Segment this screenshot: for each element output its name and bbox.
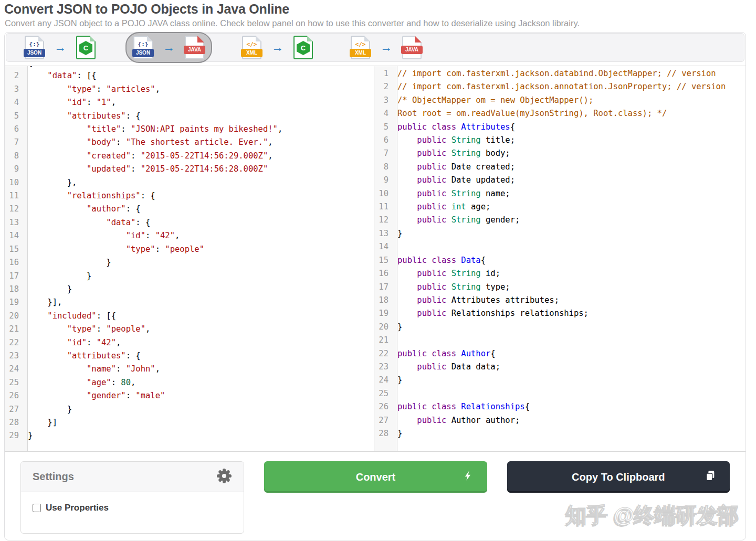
- code-line: 5public class Attributes{: [374, 121, 746, 134]
- code-line: 17 public String type;: [374, 281, 746, 294]
- converter-option-json-to-java[interactable]: {:}JSON→JAVA: [125, 32, 212, 63]
- code-line: 12 public String gender;: [374, 214, 746, 227]
- code-line: 6 public String title;: [374, 134, 746, 147]
- code-line: 12 "author": {: [5, 203, 374, 216]
- code-line: 13}: [374, 227, 746, 240]
- code-line: 2// import com.fasterxml.jackson.annotat…: [374, 80, 746, 93]
- converter-option-xml-to-csharp[interactable]: </>XML→C: [234, 32, 321, 63]
- code-line: 3 "type": "articles",: [5, 83, 374, 96]
- java-file-icon: JAVA: [402, 36, 422, 59]
- code-line: 11 "relationships": {: [5, 189, 374, 203]
- code-line: 10 public String name;: [374, 187, 746, 200]
- code-line: 13 "data": {: [5, 216, 374, 229]
- code-line: 8 public Date created;: [374, 161, 746, 174]
- code-line: 16 }: [5, 256, 374, 269]
- code-line: 26public class Relationships{: [374, 400, 746, 413]
- code-line: 9 public Date updated;: [374, 174, 746, 187]
- code-line: 6 "title": "JSON:API paints my bikeshed!…: [5, 123, 374, 136]
- code-line: 19 }],: [5, 296, 374, 309]
- arrow-right-icon: →: [163, 41, 175, 54]
- arrow-right-icon: →: [271, 41, 284, 54]
- code-line: 14: [374, 240, 746, 253]
- csharp-file-icon: C: [76, 36, 96, 59]
- copy-to-clipboard-button[interactable]: Copy To Clipboard: [507, 461, 730, 493]
- json-editor-lines: 1{2 "data": [{3 "type": "articles",4 "id…: [5, 66, 374, 443]
- code-line: 25 "age": 80,: [5, 376, 374, 389]
- java-editor[interactable]: 1// import com.fasterxml.jackson.databin…: [374, 66, 746, 451]
- copy-icon: [705, 470, 716, 485]
- code-line: 27 public Author author;: [374, 414, 746, 427]
- code-line: 20}: [374, 321, 746, 334]
- gear-icon[interactable]: [216, 468, 232, 486]
- json-file-icon: {:}JSON: [133, 36, 153, 59]
- code-line: 11 public int age;: [374, 200, 746, 214]
- code-line: 28 }]: [5, 416, 374, 429]
- code-line: 2 "data": [{: [5, 69, 374, 82]
- code-line: 23 public Data data;: [374, 360, 746, 374]
- settings-body: Use Properties: [21, 492, 244, 533]
- code-line: 1// import com.fasterxml.jackson.databin…: [374, 67, 746, 80]
- editors-area: 1{2 "data": [{3 "type": "articles",4 "id…: [5, 66, 746, 452]
- code-line: 22 "id": "42",: [5, 336, 374, 349]
- arrow-right-icon: →: [54, 41, 66, 54]
- code-line: 23 "attributes": {: [5, 349, 374, 363]
- watermark: 知乎 @终端研发部: [566, 501, 739, 529]
- code-line: 19 public Relationships relationships;: [374, 307, 746, 320]
- code-line: 24 "name": "John",: [5, 363, 374, 376]
- code-line: 10 },: [5, 176, 374, 189]
- page-subtitle: Convert any JSON object to a POJO JAVA c…: [5, 18, 756, 28]
- code-line: 3/* ObjectMapper om = new ObjectMapper()…: [374, 94, 746, 107]
- use-properties-option[interactable]: Use Properties: [33, 503, 232, 513]
- java-file-icon: JAVA: [185, 36, 204, 59]
- use-properties-label: Use Properties: [46, 503, 109, 513]
- converter-toolbar: {:}JSON→C{:}JSON→JAVA</>XML→C</>XML→JAVA: [6, 33, 744, 62]
- code-line: 18 }: [5, 283, 374, 296]
- code-line: 7 public String body;: [374, 147, 746, 160]
- settings-panel: Settings: [20, 461, 244, 534]
- settings-title: Settings: [33, 471, 74, 483]
- xml-file-icon: </>XML: [351, 36, 370, 59]
- convert-button-label: Convert: [356, 471, 396, 483]
- code-line: 27 }: [5, 403, 374, 416]
- main-card: {:}JSON→C{:}JSON→JAVA</>XML→C</>XML→JAVA…: [4, 32, 746, 540]
- code-line: 18 public Attributes attributes;: [374, 294, 746, 307]
- code-line: 9 "updated": "2015-05-22T14:56:28.000Z": [5, 163, 374, 176]
- code-line: 8 "created": "2015-05-22T14:56:29.000Z",: [5, 150, 374, 163]
- code-line: 22public class Author{: [374, 347, 746, 360]
- code-line: 21: [374, 334, 746, 347]
- java-editor-lines: 1// import com.fasterxml.jackson.databin…: [374, 66, 746, 440]
- code-line: 21 "type": "people",: [5, 323, 374, 336]
- xml-file-icon: </>XML: [242, 36, 261, 59]
- code-line: 29}: [5, 429, 374, 442]
- code-line: 20 "included": [{: [5, 310, 374, 323]
- json-editor[interactable]: 1{2 "data": [{3 "type": "articles",4 "id…: [5, 66, 374, 451]
- converter-option-xml-to-java[interactable]: </>XML→JAVA: [343, 32, 429, 63]
- converter-option-json-to-csharp[interactable]: {:}JSON→C: [17, 32, 103, 63]
- code-line: 17 }: [5, 270, 374, 283]
- code-line: 14 "id": "42",: [5, 229, 374, 242]
- lightning-bolt-icon: [463, 470, 474, 485]
- copy-button-label: Copy To Clipboard: [572, 471, 665, 483]
- code-line: 26 "gender": "male": [5, 389, 374, 402]
- convert-button[interactable]: Convert: [264, 461, 487, 493]
- use-properties-checkbox[interactable]: [33, 504, 41, 512]
- code-line: 25: [374, 387, 746, 400]
- csharp-file-icon: C: [293, 36, 313, 59]
- code-line: 15 "type": "people": [5, 243, 374, 256]
- code-line: 24}: [374, 374, 746, 387]
- code-line: 16 public String id;: [374, 267, 746, 280]
- json-file-icon: {:}JSON: [25, 36, 44, 59]
- settings-header: Settings: [21, 462, 244, 492]
- arrow-right-icon: →: [380, 41, 392, 54]
- code-line: 15public class Data{: [374, 254, 746, 267]
- code-line: 28}: [374, 427, 746, 440]
- code-line: 5 "attributes": {: [5, 110, 374, 123]
- code-line: 4 "id": "1",: [5, 96, 374, 109]
- code-line: 4Root root = om.readValue(myJsonString),…: [374, 107, 746, 120]
- code-line: 7 "body": "The shortest article. Ever.",: [5, 136, 374, 149]
- page-title: Convert JSON to POJO Objects in Java Onl…: [0, 0, 756, 17]
